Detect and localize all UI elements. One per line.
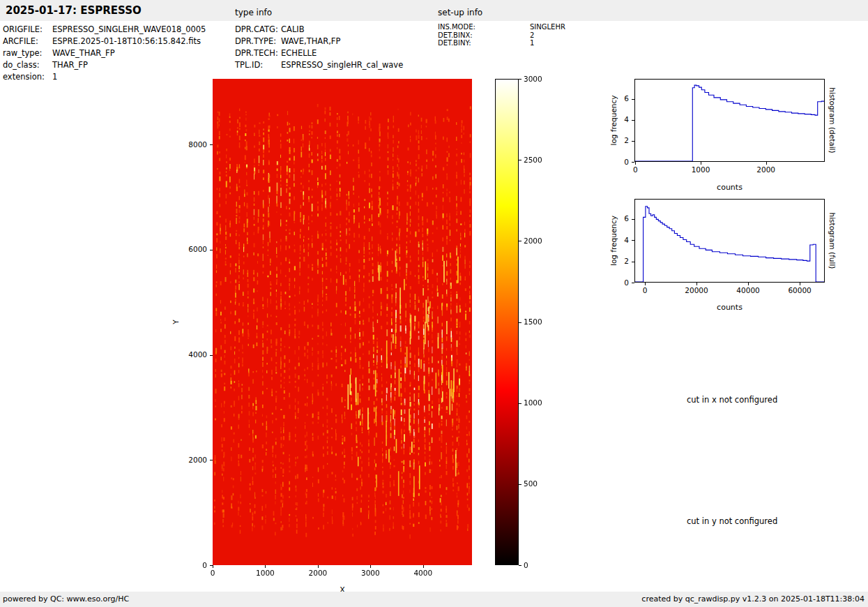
meta-row: DPR.CATG:CALIB — [235, 24, 403, 36]
footer-created: created by qc_rawdisp.py v1.2.3 on 2025-… — [641, 594, 865, 604]
main-yaxis-label: Y — [172, 79, 180, 565]
x-tick-mark — [800, 283, 800, 285]
colorbar-tick-label: 2500 — [524, 156, 553, 165]
meta-label: INS.MODE: — [438, 23, 530, 31]
x-tick-label: 2000 — [745, 165, 787, 174]
colorbar-tick-label: 1500 — [524, 317, 553, 327]
hist-full-xaxis-label: counts — [634, 303, 825, 312]
x-tick-label: 1000 — [680, 165, 722, 174]
histogram-step-line — [635, 85, 824, 161]
hist-full-right-label: histogram (full) — [828, 199, 837, 283]
colorbar-tick-label: 2000 — [524, 237, 553, 246]
colorbar-tick-mark — [519, 79, 521, 80]
meta-label: raw_type: — [3, 48, 52, 60]
y-tick-mark — [210, 460, 213, 460]
x-tick-mark — [635, 162, 636, 165]
y-tick-label: 6000 — [179, 245, 207, 254]
meta-value: THAR_FP — [52, 60, 88, 72]
x-tick-mark — [696, 283, 697, 285]
histogram-full-line — [635, 200, 824, 282]
meta-label: DPR.CATG: — [235, 24, 281, 36]
y-tick-label: 4 — [601, 115, 629, 124]
y-tick-mark — [210, 144, 213, 145]
meta-row: DET.BINX:2 — [438, 31, 565, 40]
x-tick-label: 0 — [624, 286, 666, 295]
x-tick-label: 20000 — [676, 286, 717, 295]
x-tick-label: 2000 — [297, 569, 339, 578]
x-tick-label: 3000 — [349, 569, 391, 578]
cut-y-message: cut in y not configured — [687, 516, 777, 526]
x-tick-mark — [748, 283, 749, 285]
meta-row: ARCFILE:ESPRE.2025-01-18T10:56:15.842.fi… — [3, 36, 206, 48]
colorbar-tick-label: 1000 — [524, 398, 553, 407]
x-tick-mark — [370, 565, 371, 568]
meta-value: CALIB — [281, 24, 305, 36]
y-tick-mark — [210, 355, 213, 356]
meta-row: DPR.TECH:ECHELLE — [235, 48, 403, 60]
x-tick-label: 1000 — [244, 569, 286, 578]
meta-row: INS.MODE:SINGLEHR — [438, 23, 565, 31]
meta-value: 2 — [530, 31, 534, 40]
colorbar-tick-mark — [519, 565, 521, 566]
histogram-full-plot — [634, 199, 825, 283]
y-tick-label: 0 — [601, 158, 629, 167]
meta-value: WAVE,THAR,FP — [281, 36, 340, 48]
colorbar-tick-mark — [519, 241, 521, 241]
hist-detail-xaxis-label: counts — [634, 183, 825, 192]
y-tick-label: 2000 — [179, 456, 207, 465]
y-tick-label: 4 — [601, 236, 629, 245]
footer-credit: powered by QC: www.eso.org/HC — [3, 594, 129, 604]
meta-label: do_class: — [3, 60, 52, 72]
y-tick-label: 6 — [601, 214, 629, 223]
x-tick-mark — [423, 565, 424, 568]
y-tick-mark — [632, 99, 634, 100]
colorbar-tick-mark — [519, 322, 521, 323]
colorbar-tick-label: 3000 — [524, 75, 553, 84]
histogram-step-line — [635, 207, 824, 282]
y-tick-mark — [632, 283, 634, 283]
y-tick-mark — [632, 162, 634, 163]
meta-row: DET.BINY:1 — [438, 39, 565, 47]
meta-value: SINGLEHR — [530, 23, 565, 31]
meta-label: DPR.TECH: — [235, 48, 281, 60]
meta-value: ESPRE.2025-01-18T10:56:15.842.fits — [52, 36, 201, 48]
y-tick-mark — [632, 240, 634, 241]
cut-x-message: cut in x not configured — [687, 395, 777, 405]
y-tick-label: 2 — [601, 136, 629, 145]
meta-label: DET.BINX: — [438, 31, 530, 40]
meta-row: ORIGFILE:ESPRESSO_SINGLEHR_WAVE018_0005 — [3, 24, 206, 36]
meta-label: extension: — [3, 72, 52, 84]
hist-detail-right-label: histogram (detail) — [828, 79, 837, 162]
y-tick-mark — [632, 219, 634, 220]
meta-value: ECHELLE — [281, 48, 317, 60]
meta-row: raw_type:WAVE_THAR_FP — [3, 48, 206, 60]
raw-frame-heatmap — [213, 79, 472, 565]
meta-label: TPL.ID: — [235, 60, 281, 72]
y-tick-label: 0 — [179, 561, 207, 570]
y-tick-mark — [632, 262, 634, 262]
setup-info-block: INS.MODE:SINGLEHRDET.BINX:2DET.BINY:1 — [438, 23, 565, 47]
qc-report-page: 2025-01-17: ESPRESSO type info set-up in… — [0, 0, 868, 607]
meta-row: TPL.ID:ESPRESSO_singleHR_cal_wave — [235, 60, 403, 72]
x-tick-mark — [318, 565, 319, 568]
colorbar-tick-label: 500 — [524, 479, 553, 488]
x-tick-label: 60000 — [779, 286, 821, 295]
y-tick-mark — [632, 120, 634, 121]
meta-label: DET.BINY: — [438, 39, 530, 47]
y-tick-label: 2 — [601, 257, 629, 266]
meta-row: do_class:THAR_FP — [3, 60, 206, 72]
histogram-detail-line — [635, 80, 824, 161]
colorbar-tick-mark — [519, 160, 521, 160]
meta-label: ARCFILE: — [3, 36, 52, 48]
meta-label: DPR.TYPE: — [235, 36, 281, 48]
meta-value: ESPRESSO_SINGLEHR_WAVE018_0005 — [52, 24, 206, 36]
page-title: 2025-01-17: ESPRESSO — [6, 4, 142, 17]
meta-value: 1 — [52, 72, 57, 84]
x-tick-label: 0 — [614, 165, 656, 174]
file-info-block: ORIGFILE:ESPRESSO_SINGLEHR_WAVE018_0005A… — [3, 24, 206, 84]
colorbar-tick-mark — [519, 484, 521, 485]
meta-value: WAVE_THAR_FP — [52, 48, 115, 60]
meta-label: ORIGFILE: — [3, 24, 52, 36]
meta-value: 1 — [530, 39, 534, 47]
type-info-heading: type info — [235, 8, 272, 17]
